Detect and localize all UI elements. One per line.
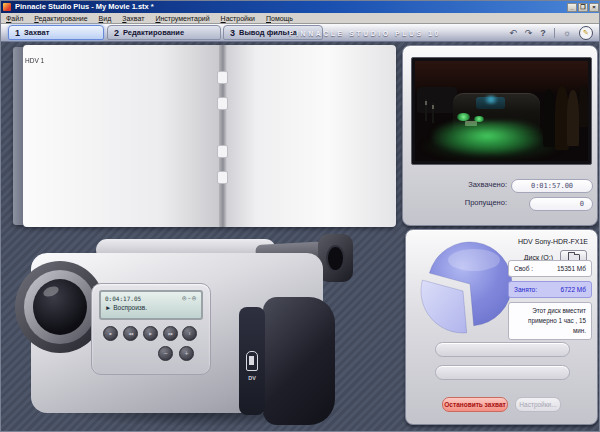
captured-value: 0:01:57.00 xyxy=(531,182,573,190)
window-controls: _ ❐ × xyxy=(567,3,599,12)
scene-person xyxy=(579,85,588,127)
tab-output-number: 3 xyxy=(230,28,235,38)
captured-label: Захвачено: xyxy=(468,180,507,189)
spine-binding xyxy=(217,71,228,84)
menu-file[interactable]: Файл xyxy=(6,15,23,22)
tab-edit-label: Редактирование xyxy=(123,28,184,37)
minimize-button[interactable]: _ xyxy=(567,3,577,12)
stop-transport-button[interactable]: ■ xyxy=(103,326,118,341)
dv-connector-icon xyxy=(246,351,258,371)
stop-capture-button[interactable]: Остановить захват xyxy=(442,397,508,412)
maximize-button[interactable]: ❐ xyxy=(578,3,588,12)
plus-button[interactable]: + xyxy=(179,346,194,361)
scene-post xyxy=(432,103,434,123)
pinnacle-studio-window: Pinnacle Studio Plus - My Movie 1.stx * … xyxy=(0,0,600,432)
tab-capture-label: Захват xyxy=(24,28,49,37)
album-page-right[interactable] xyxy=(225,45,396,227)
viewfinder-lens xyxy=(326,245,345,272)
scene-cabin-glow xyxy=(482,95,499,104)
minus-button[interactable]: − xyxy=(158,346,173,361)
window-title: Pinnacle Studio Plus - My Movie 1.stx * xyxy=(15,1,567,13)
menu-capture[interactable]: Захват xyxy=(122,15,144,22)
captured-counter: 0:01:57.00 xyxy=(511,179,593,193)
menu-settings[interactable]: Настройки xyxy=(221,15,255,22)
lcd-status: ► Воспроизв. xyxy=(105,304,197,311)
status-field-1 xyxy=(435,342,570,357)
used-space-box: Занято: 6722 Мб xyxy=(508,281,592,298)
undo-icon[interactable]: ↶ xyxy=(509,26,517,40)
menu-edit[interactable]: Редактирование xyxy=(34,15,87,22)
pause-button[interactable]: ‖ xyxy=(182,326,197,341)
album-cover-edge xyxy=(13,47,23,225)
scene-car-left xyxy=(417,87,457,113)
mode-tabstrip: 1 Захват 2 Редактирование 3 Вывод фильма… xyxy=(1,24,600,42)
scene-post xyxy=(425,99,427,121)
redo-icon[interactable]: ↷ xyxy=(525,26,533,40)
camcorder-lcd: 0:04:17.05 ◎-◎ ► Воспроизв. xyxy=(99,290,203,320)
close-button[interactable]: × xyxy=(589,3,599,12)
video-preview[interactable] xyxy=(415,61,588,161)
divider xyxy=(554,28,555,38)
capture-device-name: HDV Sony-HDR-FX1E xyxy=(518,238,588,245)
rewind-button[interactable]: ◀◀ xyxy=(123,326,138,341)
menu-help[interactable]: Помощь xyxy=(266,15,293,22)
app-icon xyxy=(3,3,11,11)
lens-glass xyxy=(33,279,87,335)
album-book: HDV 1 xyxy=(13,45,396,227)
titlebar: Pinnacle Studio Plus - My Movie 1.stx * … xyxy=(1,1,600,13)
brand-text: PINNACLE STUDIO PLUS 10 xyxy=(289,30,441,37)
used-value: 6722 Мб xyxy=(561,286,586,293)
tab-edit[interactable]: 2 Редактирование xyxy=(107,25,221,40)
dv-port-label: DV xyxy=(242,375,262,381)
dropped-value: 0 xyxy=(580,200,584,208)
status-field-2 xyxy=(435,365,570,380)
tab-edit-number: 2 xyxy=(114,28,119,38)
spine-binding xyxy=(217,145,228,158)
video-frame xyxy=(411,57,592,165)
dropped-row: Пропущено: xyxy=(403,198,507,207)
menubar: Файл Редактирование Вид Захват Инструмен… xyxy=(1,13,600,24)
menu-toolbox[interactable]: Инструментарий xyxy=(155,15,209,22)
free-value: 15351 Мб xyxy=(557,265,586,272)
album-section-label: HDV 1 xyxy=(25,57,44,64)
dropped-label: Пропущено: xyxy=(465,198,507,207)
premium-pencil-icon[interactable]: ✎ xyxy=(579,26,593,40)
used-label: Занято: xyxy=(514,286,537,293)
spine-binding xyxy=(217,171,228,184)
tip-bulb-icon[interactable]: ☼ xyxy=(563,26,571,40)
camcorder-grip xyxy=(263,297,335,425)
scene-person xyxy=(567,90,579,146)
free-space-box: Своб : 15351 Мб xyxy=(508,260,592,277)
help-icon[interactable]: ? xyxy=(540,26,546,40)
diskometer-panel: HDV Sony-HDR-FX1E Диск (Q:) Своб xyxy=(405,229,598,425)
tape-reels-icon: ◎-◎ xyxy=(182,294,197,302)
tab-capture[interactable]: 1 Захват xyxy=(8,25,104,40)
album-page-left[interactable] xyxy=(23,45,221,227)
captured-row: Захвачено: xyxy=(403,180,507,189)
header-tools: ↶ ↷ ? ☼ ✎ xyxy=(509,26,593,40)
preview-panel: Захвачено: 0:01:57.00 Пропущено: 0 xyxy=(402,45,598,226)
tab-capture-number: 1 xyxy=(15,28,20,38)
scene-person xyxy=(543,89,555,147)
play-button[interactable]: ▶ xyxy=(143,326,158,341)
lcd-timecode: 0:04:17.05 xyxy=(105,295,141,302)
menu-view[interactable]: Вид xyxy=(99,15,112,22)
spine-binding xyxy=(217,97,228,110)
dropped-counter: 0 xyxy=(529,197,593,211)
disk-usage-pie-chart xyxy=(408,236,524,346)
settings-button[interactable]: Настройки... xyxy=(515,397,561,412)
capacity-estimate: Этот диск вместит примерно 1 час , 15 ми… xyxy=(508,302,592,340)
fast-forward-button[interactable]: ▶▶ xyxy=(163,326,178,341)
free-label: Своб : xyxy=(514,265,533,272)
